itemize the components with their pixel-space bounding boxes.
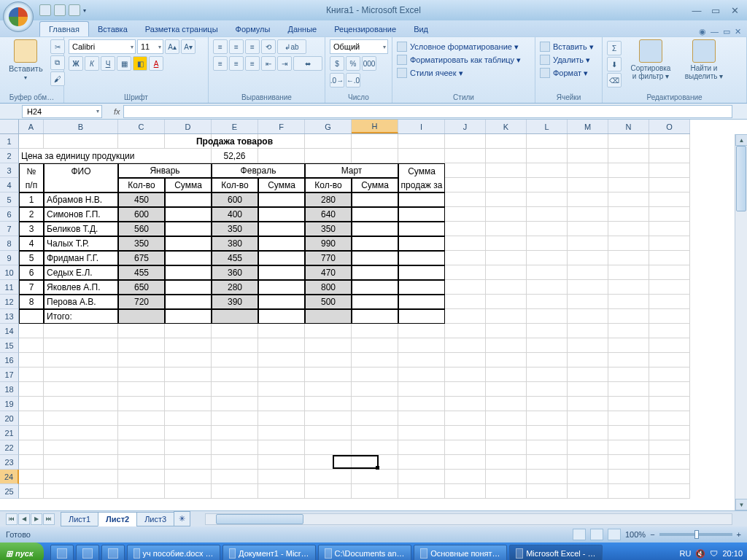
align-right-button[interactable]: ≡ — [245, 56, 260, 71]
cell[interactable] — [486, 207, 527, 222]
cell[interactable] — [608, 149, 649, 163]
cell[interactable] — [608, 134, 649, 149]
zoom-level[interactable]: 100% — [625, 530, 646, 539]
cell[interactable] — [398, 382, 445, 397]
tab-review[interactable]: Рецензирование — [325, 22, 405, 36]
cell[interactable] — [608, 309, 649, 324]
fx-button[interactable]: fx — [114, 107, 120, 116]
cell[interactable] — [568, 236, 608, 251]
cell[interactable] — [165, 353, 212, 368]
cell[interactable] — [608, 440, 649, 455]
cell[interactable] — [608, 207, 649, 222]
cell[interactable] — [608, 470, 649, 484]
increase-decimal-button[interactable]: .0→ — [330, 73, 344, 88]
cell[interactable] — [258, 426, 305, 440]
tab-view[interactable]: Вид — [405, 22, 437, 36]
cell[interactable] — [527, 455, 568, 470]
cell[interactable] — [527, 222, 568, 236]
row-header-7[interactable]: 7 — [0, 222, 19, 236]
cell[interactable] — [649, 484, 690, 499]
column-header-E[interactable]: E — [212, 120, 258, 133]
name-box[interactable]: H24 — [22, 105, 102, 118]
increase-font-button[interactable]: A▴ — [165, 39, 179, 54]
cell[interactable] — [445, 295, 486, 309]
cell[interactable] — [305, 324, 352, 338]
cell[interactable] — [19, 440, 44, 455]
view-normal-button[interactable] — [573, 529, 586, 540]
taskbar-item[interactable]: уч пособие.docx … — [127, 545, 220, 560]
align-bottom-button[interactable]: ≡ — [245, 39, 260, 54]
cell[interactable]: Сумма — [352, 178, 398, 192]
cell[interactable] — [608, 411, 649, 426]
bold-button[interactable]: Ж — [69, 56, 83, 71]
worksheet-grid[interactable]: ABCDEFGHIJKLMNO 123456789101112131415161… — [0, 120, 747, 510]
doc-close-button[interactable]: ✕ — [735, 27, 741, 36]
cell[interactable] — [44, 134, 118, 149]
cell[interactable] — [568, 324, 608, 338]
column-header-C[interactable]: C — [118, 120, 165, 133]
cell[interactable] — [527, 382, 568, 397]
row-header-6[interactable]: 6 — [0, 207, 19, 222]
help-icon[interactable]: ◉ — [699, 27, 706, 36]
cell[interactable] — [445, 426, 486, 440]
cell[interactable] — [398, 324, 445, 338]
hscroll-thumb[interactable] — [216, 514, 303, 524]
cell[interactable]: 675 — [118, 251, 165, 265]
cell[interactable] — [165, 192, 212, 207]
merge-center-button[interactable]: ⬌ — [293, 56, 322, 71]
cell[interactable]: 650 — [118, 280, 165, 295]
cell[interactable] — [398, 397, 445, 411]
cell[interactable] — [305, 455, 352, 470]
cell[interactable] — [118, 397, 165, 411]
cell[interactable] — [258, 382, 305, 397]
cell[interactable] — [118, 484, 165, 499]
cell[interactable] — [165, 455, 212, 470]
cell[interactable] — [608, 484, 649, 499]
cell[interactable] — [608, 222, 649, 236]
zoom-slider[interactable] — [659, 533, 732, 536]
cell[interactable] — [44, 324, 118, 338]
row-header-14[interactable]: 14 — [0, 324, 19, 338]
cell[interactable] — [305, 368, 352, 382]
column-header-B[interactable]: B — [44, 120, 118, 133]
font-size-combo[interactable]: 11 — [137, 39, 163, 54]
cell[interactable] — [608, 251, 649, 265]
cell[interactable] — [44, 484, 118, 499]
cell[interactable] — [486, 324, 527, 338]
cell[interactable] — [568, 470, 608, 484]
align-top-button[interactable]: ≡ — [213, 39, 228, 54]
paste-button[interactable]: Вставить▾ — [4, 39, 47, 81]
cell[interactable] — [398, 134, 445, 149]
cell[interactable] — [608, 178, 649, 192]
cell[interactable] — [118, 455, 165, 470]
cell[interactable] — [352, 236, 398, 251]
orientation-button[interactable]: ⟲ — [261, 39, 276, 54]
cell[interactable]: Март — [305, 163, 398, 178]
cell[interactable] — [258, 251, 305, 265]
cell[interactable] — [649, 440, 690, 455]
cell[interactable] — [258, 440, 305, 455]
cell[interactable] — [258, 324, 305, 338]
cell[interactable]: 600 — [212, 192, 258, 207]
taskbar-item[interactable]: Основные понят… — [414, 545, 507, 560]
cell[interactable] — [486, 338, 527, 353]
column-header-D[interactable]: D — [165, 120, 212, 133]
cell[interactable] — [305, 470, 352, 484]
cell[interactable] — [486, 397, 527, 411]
cell[interactable]: Цена за единицу продукции — [19, 149, 212, 163]
cell[interactable] — [649, 265, 690, 280]
cell[interactable] — [649, 397, 690, 411]
row-header-2[interactable]: 2 — [0, 149, 19, 163]
cell[interactable]: 4 — [19, 236, 44, 251]
cell[interactable]: 350 — [118, 236, 165, 251]
cell[interactable]: 2 — [19, 207, 44, 222]
row-header-22[interactable]: 22 — [0, 440, 19, 455]
cell[interactable] — [118, 134, 165, 149]
cell[interactable] — [352, 324, 398, 338]
column-header-I[interactable]: I — [398, 120, 445, 133]
cell[interactable]: Сумма — [258, 178, 305, 192]
cut-button[interactable]: ✂ — [50, 39, 65, 54]
cell[interactable] — [527, 207, 568, 222]
cell[interactable] — [649, 207, 690, 222]
cell[interactable] — [568, 178, 608, 192]
